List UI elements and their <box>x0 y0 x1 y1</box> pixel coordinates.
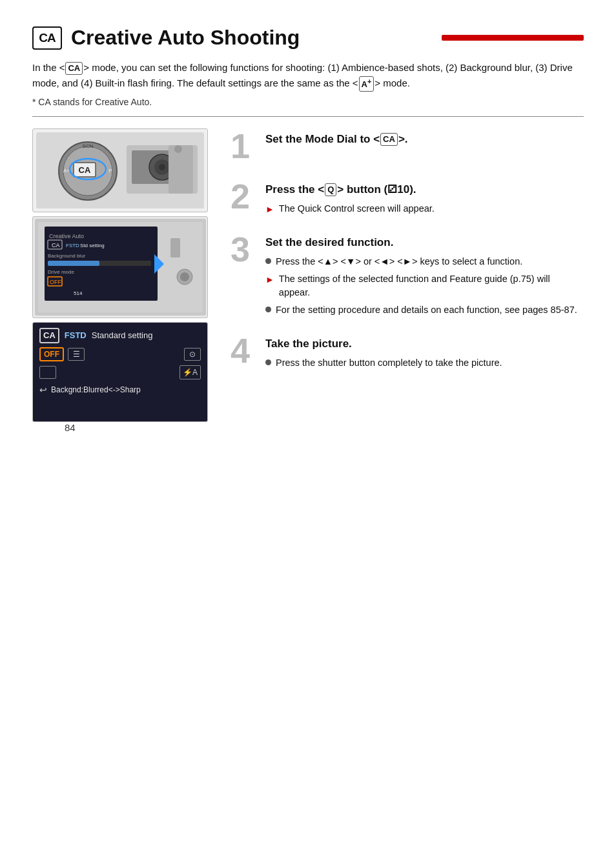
step-3-title: Set the desired function. <box>265 236 584 250</box>
images-column: CA SCN P A+ <box>32 128 216 422</box>
svg-text:Std setting: Std setting <box>80 243 105 248</box>
step-4-bullet-1: Press the shutter button completely to t… <box>265 356 584 370</box>
page-header: CA Creative Auto Shooting <box>32 26 584 50</box>
main-content-area: CA SCN P A+ <box>32 128 584 422</box>
step-3-bullet-2: ► The settings of the selected function … <box>265 272 584 301</box>
lcd-std-label: Standard setting <box>92 330 153 340</box>
step-1-number: 1 <box>231 128 250 163</box>
step-4-bullet-1-text: Press the shutter button completely to t… <box>276 356 502 370</box>
dot-icon-2 <box>265 307 271 312</box>
camera-screen-image: Creative Auto CA FSTD Std setting Backgr… <box>32 216 208 318</box>
step-2-block: 2 Press the <Q> button (⚂10). ► The Quic… <box>231 179 584 216</box>
lcd-empty-box <box>39 366 56 379</box>
step-4-bullets: Press the shutter button completely to t… <box>265 356 584 370</box>
lcd-off-badge: OFF <box>39 347 64 361</box>
lcd-bottom-label: Backgnd:Blurred<->Sharp <box>51 385 141 394</box>
svg-text:Drive mode: Drive mode <box>48 269 74 275</box>
note-text: * CA stands for Creative Auto. <box>32 97 584 107</box>
lcd-panel-image: CA FSTD Standard setting OFF ☰ ⊙ ⚡A ↩ Ba… <box>32 322 208 422</box>
step-2-bullet-1: ► The Quick Control screen will appear. <box>265 202 584 216</box>
svg-point-13 <box>159 164 165 170</box>
step-3-bullet-1-text: Press the <▲> <▼> or <◄> <►> keys to sel… <box>276 255 522 269</box>
ca-mode-badge: CA <box>32 26 62 50</box>
ca-inline-badge: CA <box>65 62 83 75</box>
step-2-title: Press the <Q> button (⚂10). <box>265 183 584 197</box>
intro-paragraph: In the <CA> mode, you can set the follow… <box>32 60 584 92</box>
step2-q-badge: Q <box>325 183 336 196</box>
svg-text:FSTD: FSTD <box>66 243 79 248</box>
step-3-bullets: Press the <▲> <▼> or <◄> <►> keys to sel… <box>265 255 584 318</box>
page-number: 84 <box>65 422 616 433</box>
lcd-std-badge: FSTD <box>65 330 87 340</box>
svg-rect-14 <box>169 145 193 194</box>
page-title: Creative Auto Shooting <box>71 26 430 50</box>
step-3-bullet-3-text: For the setting procedure and details on… <box>276 303 577 318</box>
step-2-number: 2 <box>231 179 250 214</box>
section-divider <box>32 116 584 117</box>
step-2-bullet-1-text: The Quick Control screen will appear. <box>279 202 435 216</box>
svg-point-33 <box>180 272 189 281</box>
lcd-back-icon: ↩ <box>39 385 47 395</box>
step-1-block: 1 Set the Mode Dial to <CA>. <box>231 128 584 163</box>
steps-column: 1 Set the Mode Dial to <CA>. 2 Press the… <box>216 128 584 386</box>
step-2-bullets: ► The Quick Control screen will appear. <box>265 202 584 216</box>
svg-rect-26 <box>48 261 99 266</box>
step-1-title: Set the Mode Dial to <CA>. <box>265 132 584 146</box>
aplus-inline-badge: A+ <box>359 76 375 92</box>
arrow-icon-2: ► <box>265 273 274 287</box>
svg-text:P: P <box>108 168 112 174</box>
svg-text:Background blur: Background blur <box>48 253 86 259</box>
dot-icon-3 <box>265 359 271 365</box>
svg-text:CA: CA <box>52 242 60 248</box>
svg-text:CA: CA <box>79 165 91 175</box>
step-4-title: Take the picture. <box>265 337 584 351</box>
step-4-block: 4 Take the picture. Press the shutter bu… <box>231 333 584 370</box>
step-3-bullet-3: For the setting procedure and details on… <box>265 303 584 318</box>
dot-icon-1 <box>265 258 271 264</box>
lcd-ca-badge: CA <box>39 328 59 343</box>
step-3-number: 3 <box>231 232 250 267</box>
step-4-number: 4 <box>231 333 250 368</box>
svg-text:OFF: OFF <box>50 279 61 285</box>
lcd-drive-icon: ☰ <box>68 348 85 361</box>
step-3-block: 3 Set the desired function. Press the <▲… <box>231 232 584 318</box>
svg-rect-31 <box>170 238 180 257</box>
svg-text:514: 514 <box>74 290 83 296</box>
svg-point-15 <box>174 145 182 153</box>
step-3-bullet-2-text: The settings of the selected function an… <box>279 272 584 301</box>
lcd-flash-badge: ⚡A <box>180 365 201 379</box>
svg-text:Creative Auto: Creative Auto <box>49 233 84 239</box>
title-accent-bar <box>442 35 584 41</box>
lcd-flash-icon: ⊙ <box>184 348 201 361</box>
arrow-icon-1: ► <box>265 203 274 216</box>
step1-ca-badge: CA <box>380 133 398 146</box>
svg-text:SCN: SCN <box>83 143 94 149</box>
mode-dial-image: CA SCN P A+ <box>32 128 208 212</box>
step-3-bullet-1: Press the <▲> <▼> or <◄> <►> keys to sel… <box>265 255 584 269</box>
